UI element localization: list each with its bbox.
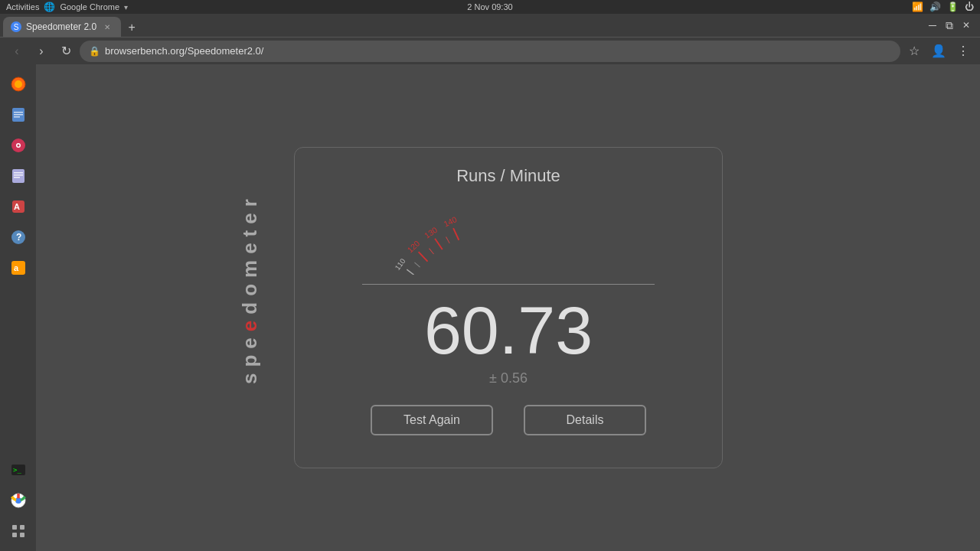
close-button[interactable]: ✕ xyxy=(959,18,974,33)
gauge-svg: .tick-normal { stroke: #aaa; } .tick-red… xyxy=(325,198,691,275)
tab-close-button[interactable]: ✕ xyxy=(101,21,113,33)
sidebar-icon-chrome[interactable] xyxy=(5,487,32,514)
action-buttons: Test Again Details xyxy=(371,405,646,435)
ssl-lock-icon: 🔒 xyxy=(89,46,100,57)
toolbar: ‹ › ↻ 🔒 browserbench.org/Speedometer2.0/… xyxy=(0,37,980,64)
svg-text:a: a xyxy=(14,263,19,272)
sidebar-icon-terminal[interactable]: >_ xyxy=(5,456,32,484)
tab-speedometer[interactable]: S Speedometer 2.0 ✕ xyxy=(3,17,121,37)
svg-rect-4 xyxy=(14,114,23,116)
svg-text:?: ? xyxy=(16,232,21,243)
label-110: 110 xyxy=(393,257,407,272)
address-bar[interactable]: 🔒 browserbench.org/Speedometer2.0/ xyxy=(80,41,900,62)
forward-button[interactable]: › xyxy=(31,41,52,62)
window-controls: ─ ⧉ ✕ xyxy=(925,18,980,33)
tick-130 xyxy=(435,239,443,249)
account-button[interactable]: 👤 xyxy=(928,41,949,62)
vertical-label-red: e xyxy=(238,315,261,331)
url-text: browserbench.org/Speedometer2.0/ xyxy=(105,45,263,57)
tick-110 xyxy=(407,269,413,275)
speedometer-title: Runs / Minute xyxy=(456,166,560,186)
sidebar-icon-software[interactable]: A xyxy=(5,193,32,220)
svg-rect-11 xyxy=(14,174,23,176)
svg-rect-3 xyxy=(14,112,23,113)
svg-point-23 xyxy=(16,498,21,503)
svg-rect-25 xyxy=(20,525,24,530)
vertical-label-text: spe xyxy=(238,331,261,384)
sidebar-icon-apps[interactable] xyxy=(5,517,32,545)
activities-label[interactable]: Activities xyxy=(6,2,39,11)
sidebar-icon-music[interactable] xyxy=(5,132,32,159)
tab-strip: S Speedometer 2.0 ✕ + xyxy=(0,14,925,37)
svg-rect-24 xyxy=(12,525,17,530)
tick-140 xyxy=(453,228,459,240)
svg-rect-27 xyxy=(20,533,24,537)
speedometer-card: Runs / Minute .tick-normal { stroke: #aa… xyxy=(294,147,723,468)
tick-120 xyxy=(419,252,428,261)
bookmark-button[interactable]: ☆ xyxy=(903,41,925,62)
sidebar-icon-firefox[interactable] xyxy=(5,70,32,98)
sidebar-icon-docs[interactable] xyxy=(5,162,32,190)
details-button[interactable]: Details xyxy=(524,405,646,435)
system-topbar: Activities 🌐 Google Chrome ▾ 2 Nov 09:30… xyxy=(0,0,980,14)
svg-text:A: A xyxy=(14,202,20,211)
svg-rect-9 xyxy=(12,169,24,183)
restore-button[interactable]: ⧉ xyxy=(942,18,957,33)
battery-icon: 🔋 xyxy=(947,2,959,12)
svg-text:>_: >_ xyxy=(13,466,21,474)
svg-point-1 xyxy=(15,80,22,88)
tick-minor-135 xyxy=(446,237,450,243)
minimize-button[interactable]: ─ xyxy=(925,18,940,33)
vertical-label-end: dometer xyxy=(238,193,261,315)
power-icon: ⏻ xyxy=(965,2,974,12)
speedometer-wrapper: speedometer Runs / Minute .tick-normal {… xyxy=(294,147,723,468)
gauge-container: .tick-normal { stroke: #aaa; } .tick-red… xyxy=(325,198,691,275)
chrome-titlebar: S Speedometer 2.0 ✕ + ─ ⧉ ✕ xyxy=(0,14,980,37)
volume-icon: 🔊 xyxy=(929,2,941,12)
toolbar-right: ☆ 👤 ⋮ xyxy=(903,41,974,62)
svg-rect-10 xyxy=(14,172,23,174)
svg-rect-5 xyxy=(14,116,20,118)
menu-button[interactable]: ⋮ xyxy=(952,41,974,62)
label-130: 130 xyxy=(423,225,439,240)
new-tab-button[interactable]: + xyxy=(122,18,141,37)
datetime-label: 2 Nov 09:30 xyxy=(467,2,512,11)
reload-button[interactable]: ↻ xyxy=(55,41,77,62)
gauge-separator xyxy=(362,284,655,285)
svg-point-8 xyxy=(17,145,19,147)
svg-rect-12 xyxy=(14,177,20,178)
network-icon: 📶 xyxy=(912,2,923,12)
sidebar-icon-amazon[interactable]: a xyxy=(5,254,32,282)
sidebar-icon-help[interactable]: ? xyxy=(5,223,32,251)
back-button[interactable]: ‹ xyxy=(6,41,28,62)
label-140: 140 xyxy=(442,214,458,228)
tab-favicon: S xyxy=(11,21,21,32)
browser-content: speedometer Runs / Minute .tick-normal {… xyxy=(37,64,980,551)
score-display: 60.73 xyxy=(424,297,593,364)
sidebar: A ? a >_ xyxy=(0,64,37,551)
score-variance: ± 0.56 xyxy=(489,370,528,386)
browser-name-label[interactable]: Google Chrome xyxy=(60,2,119,11)
test-again-button[interactable]: Test Again xyxy=(371,405,493,435)
sidebar-icon-files[interactable] xyxy=(5,101,32,129)
tab-title: Speedometer 2.0 xyxy=(26,21,96,32)
label-100: 100 xyxy=(380,274,394,275)
svg-rect-26 xyxy=(12,533,17,537)
tick-minor-125 xyxy=(430,249,434,254)
speedometer-vertical-label: speedometer xyxy=(238,231,262,384)
tick-minor-115 xyxy=(414,262,420,267)
